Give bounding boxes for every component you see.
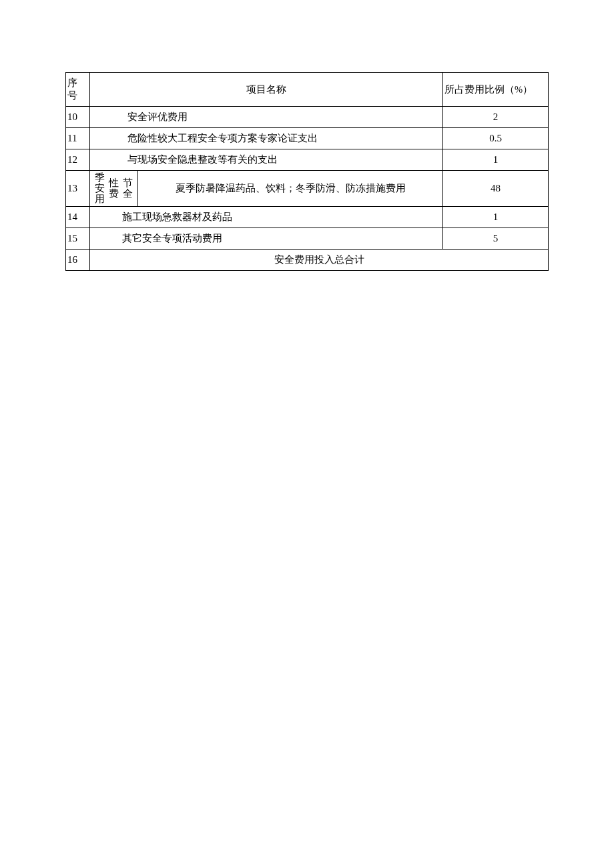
cell-ratio: 1 bbox=[443, 149, 549, 171]
table-header-row: 序号 项目名称 所占费用比例（%） bbox=[66, 73, 549, 107]
vert-col-3: 节 全 bbox=[123, 178, 133, 199]
table-row: 15 其它安全专项活动费用 5 bbox=[66, 228, 549, 250]
cell-total-label: 安全费用投入总合计 bbox=[90, 250, 549, 271]
cell-ratio: 5 bbox=[443, 228, 549, 250]
cell-ratio: 2 bbox=[443, 107, 549, 128]
cell-ratio: 1 bbox=[443, 207, 549, 228]
cell-name: 与现场安全隐患整改等有关的支出 bbox=[90, 149, 443, 171]
cell-name: 夏季防暑降温药品、饮料；冬季防滑、防冻措施费用 bbox=[138, 171, 443, 207]
cell-name: 危险性较大工程安全专项方案专家论证支出 bbox=[90, 128, 443, 149]
header-name: 项目名称 bbox=[90, 73, 443, 107]
table-row-vertical: 13 季 安 用 性 费 节 全 夏季防暑降温药品、饮料；冬季防滑、防冻措施费用… bbox=[66, 171, 549, 207]
cell-ratio: 0.5 bbox=[443, 128, 549, 149]
cell-name: 安全评优费用 bbox=[90, 107, 443, 128]
cell-seq: 13 bbox=[66, 171, 90, 207]
table-row: 10 安全评优费用 2 bbox=[66, 107, 549, 128]
cell-ratio: 48 bbox=[443, 171, 549, 207]
vert-col-1: 季 安 用 bbox=[95, 173, 105, 204]
header-seq: 序号 bbox=[66, 73, 90, 107]
cell-seq: 10 bbox=[66, 107, 90, 128]
table-row: 12 与现场安全隐患整改等有关的支出 1 bbox=[66, 149, 549, 171]
cell-name: 其它安全专项活动费用 bbox=[90, 228, 443, 250]
header-ratio: 所占费用比例（%） bbox=[443, 73, 549, 107]
cell-seq: 14 bbox=[66, 207, 90, 228]
cell-vertical-label: 季 安 用 性 费 节 全 bbox=[90, 171, 138, 207]
vert-col-2: 性 费 bbox=[109, 178, 119, 199]
cell-name: 施工现场急救器材及药品 bbox=[90, 207, 443, 228]
table-row: 14 施工现场急救器材及药品 1 bbox=[66, 207, 549, 228]
cell-seq: 12 bbox=[66, 149, 90, 171]
table-row-total: 16 安全费用投入总合计 bbox=[66, 250, 549, 271]
cell-seq: 11 bbox=[66, 128, 90, 149]
table-row: 11 危险性较大工程安全专项方案专家论证支出 0.5 bbox=[66, 128, 549, 149]
cell-seq: 15 bbox=[66, 228, 90, 250]
cell-seq: 16 bbox=[66, 250, 90, 271]
costs-table: 序号 项目名称 所占费用比例（%） 10 安全评优费用 2 11 危险性较大工程… bbox=[65, 72, 549, 271]
